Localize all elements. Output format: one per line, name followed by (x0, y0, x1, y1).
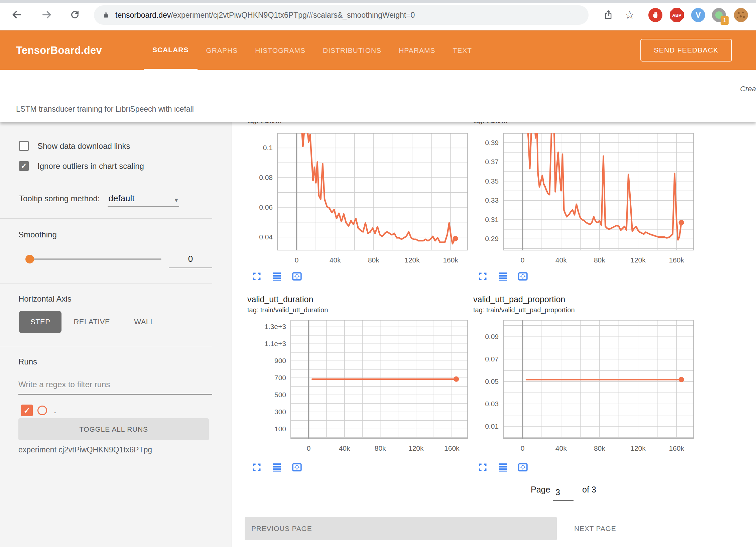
smoothing-label: Smoothing (18, 230, 57, 239)
svg-text:0.29: 0.29 (485, 235, 499, 242)
share-icon[interactable] (601, 7, 616, 22)
tooltip-sorting-select[interactable]: default▾ (108, 193, 179, 207)
adblock-hand-icon[interactable] (648, 8, 662, 22)
svg-text:40k: 40k (339, 444, 350, 452)
svg-text:1.3e+3: 1.3e+3 (264, 323, 286, 330)
svg-text:80k: 80k (594, 444, 605, 452)
scalar-chart-top-left[interactable]: 0.040.060.080.1040k80k120k160k (247, 133, 468, 266)
browser-chrome: tensorboard.dev/experiment/cj2vtPiwQHKN9… (0, 0, 756, 30)
fit-domain-icon[interactable] (291, 462, 302, 473)
expand-chart-icon[interactable] (477, 271, 488, 282)
url-path: /experiment/cj2vtPiwQHKN9Q1tx6PTpg/#scal… (171, 11, 415, 19)
svg-text:0.31: 0.31 (485, 216, 499, 223)
chart-actions (251, 271, 302, 282)
svg-text:0.09: 0.09 (485, 333, 499, 340)
svg-text:80k: 80k (368, 256, 379, 264)
page-number-input[interactable]: 3 (553, 487, 574, 501)
tab-text[interactable]: TEXT (444, 30, 481, 70)
previous-page-button[interactable]: PREVIOUS PAGE (245, 517, 557, 540)
address-bar[interactable]: tensorboard.dev/experiment/cj2vtPiwQHKN9… (94, 5, 589, 25)
padlock-icon[interactable] (102, 11, 110, 19)
chart-title: valid_utt_pad_proportion (473, 295, 565, 304)
url-domain: tensorboard.dev (115, 11, 171, 19)
log-scale-icon[interactable] (497, 271, 508, 282)
experiment-id-label: experiment cj2vtPiwQHKN9Q1tx6PTpg (18, 445, 152, 454)
svg-text:300: 300 (274, 408, 286, 416)
svg-text:0.37: 0.37 (485, 158, 499, 166)
axis-step-button[interactable]: STEP (19, 311, 61, 333)
svg-text:40k: 40k (555, 444, 567, 452)
ignore-outliers-label: Ignore outliers in chart scaling (37, 161, 144, 171)
axis-wall-button[interactable]: WALL (122, 311, 166, 333)
fit-domain-icon[interactable] (517, 271, 528, 282)
back-icon[interactable] (9, 7, 24, 22)
svg-text:80k: 80k (594, 256, 605, 264)
log-scale-icon[interactable] (271, 462, 282, 473)
smoothing-slider-thumb[interactable] (25, 255, 34, 263)
svg-text:0: 0 (307, 444, 311, 452)
svg-text:0: 0 (521, 256, 525, 264)
expand-chart-icon[interactable] (477, 462, 488, 473)
tab-graphs[interactable]: GRAPHS (198, 30, 247, 70)
pagination-row: Page 3 of 3 (232, 485, 756, 505)
url-text: tensorboard.dev/experiment/cj2vtPiwQHKN9… (115, 11, 415, 20)
scalar-chart-top-right[interactable]: 0.290.310.330.350.370.39040k80k120k160k (473, 133, 694, 266)
chart-actions (477, 462, 528, 473)
v-extension-icon[interactable]: V (691, 8, 705, 22)
experiment-description: LSTM transducer training for LibriSpeech… (16, 105, 194, 114)
runs-filter-input[interactable]: Write a regex to filter runs (18, 380, 212, 395)
forward-icon[interactable] (39, 7, 54, 22)
svg-text:0.35: 0.35 (485, 177, 499, 185)
cookie-extension-icon[interactable] (734, 8, 748, 22)
fit-domain-icon[interactable] (517, 462, 528, 473)
svg-text:120k: 120k (630, 256, 646, 264)
smoothing-slider-track[interactable] (29, 258, 161, 260)
scalar-chart-valid-utt-pad-proportion[interactable]: 0.010.030.050.070.09040k80k120k160k (473, 320, 694, 454)
created-date-text: Crea (740, 85, 756, 93)
svg-text:0.03: 0.03 (485, 400, 499, 408)
abp-label: ABP (672, 13, 681, 18)
svg-text:0.05: 0.05 (485, 377, 499, 385)
next-page-button[interactable]: NEXT PAGE (574, 517, 616, 540)
tensorboard-page: tensorboard.dev/experiment/cj2vtPiwQHKN9… (0, 0, 756, 547)
page-label: Page (531, 485, 550, 495)
tab-distributions[interactable]: DISTRIBUTIONS (314, 30, 390, 70)
svg-text:120k: 120k (408, 444, 424, 452)
extension-badge: 1 (721, 16, 729, 25)
tab-scalars[interactable]: SCALARS (144, 30, 198, 70)
divider (0, 347, 212, 347)
svg-text:0.1: 0.1 (263, 144, 273, 151)
svg-text:40k: 40k (555, 256, 567, 264)
fit-domain-icon[interactable] (291, 271, 302, 282)
smoothing-value-input[interactable]: 0 (169, 254, 212, 268)
horizontal-axis-label: Horizontal Axis (18, 294, 72, 304)
log-scale-icon[interactable] (497, 462, 508, 473)
privacy-extension-icon[interactable]: 1 (712, 8, 726, 22)
send-feedback-button[interactable]: SEND FEEDBACK (640, 39, 732, 62)
svg-text:0.33: 0.33 (485, 196, 499, 204)
chevron-down-icon: ▾ (174, 196, 178, 204)
show-download-label: Show data download links (37, 141, 130, 151)
show-download-row: Show data download links (19, 141, 130, 151)
svg-text:160k: 160k (669, 444, 684, 452)
abp-extension-icon[interactable]: ABP (670, 8, 684, 22)
chart-actions (251, 462, 302, 473)
runs-label: Runs (18, 357, 37, 366)
chart-actions (477, 271, 528, 282)
svg-text:500: 500 (274, 391, 286, 399)
expand-chart-icon[interactable] (251, 271, 262, 282)
tab-hparams[interactable]: HPARAMS (390, 30, 444, 70)
app-title: TensorBoard.dev (16, 30, 102, 70)
tab-histograms[interactable]: HISTOGRAMS (246, 30, 314, 70)
show-download-checkbox[interactable] (19, 141, 29, 151)
reload-icon[interactable] (68, 7, 82, 22)
scalar-chart-valid-utt-duration[interactable]: 1003005007009001.1e+31.3e+3040k80k120k16… (247, 320, 468, 454)
log-scale-icon[interactable] (271, 271, 282, 282)
bookmark-star-icon[interactable]: ☆ (622, 7, 637, 22)
experiment-subheader: Crea LSTM transducer training for LibriS… (0, 70, 756, 122)
ignore-outliers-checkbox[interactable]: ✓ (19, 161, 29, 171)
toggle-all-runs-button[interactable]: TOGGLE ALL RUNS (18, 418, 209, 440)
run-checkbox[interactable]: ✓ (21, 405, 33, 416)
expand-chart-icon[interactable] (251, 462, 262, 473)
axis-relative-button[interactable]: RELATIVE (61, 311, 122, 333)
